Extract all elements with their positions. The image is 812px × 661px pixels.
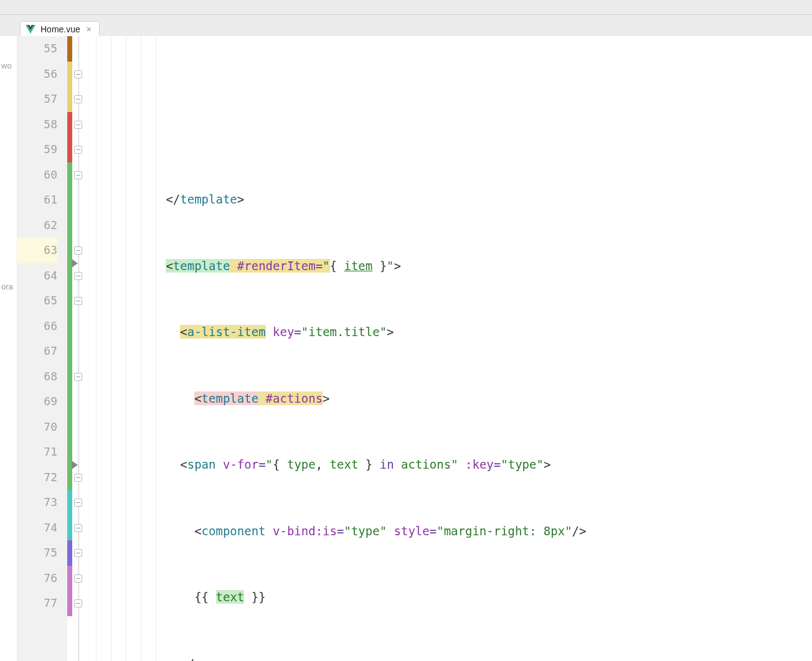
line-number: 64 [17, 263, 57, 289]
change-marker [67, 566, 72, 616]
editor: wo ora 555657585960616263646566676869707… [0, 36, 812, 661]
left-sidebar-fragment: wo ora [0, 36, 17, 661]
change-marker [67, 87, 72, 112]
change-marker [67, 490, 72, 540]
change-marker [67, 62, 72, 87]
line-number: 74 [17, 515, 57, 541]
line-number: 65 [17, 288, 57, 314]
fold-handle[interactable] [74, 121, 82, 129]
change-marker [67, 263, 72, 490]
line-number: 62 [17, 213, 57, 238]
fold-handle[interactable] [74, 499, 82, 507]
breakpoint-arrow-icon [72, 461, 78, 469]
code-line[interactable]: <span v-for="{ type, text } in actions" … [90, 452, 812, 477]
fold-handle[interactable] [74, 549, 82, 557]
tab-filename: Home.vue [40, 24, 80, 34]
fragment-a: wo [0, 36, 17, 70]
line-number: 60 [17, 162, 57, 188]
change-marker [67, 112, 72, 162]
fold-handle[interactable] [74, 246, 82, 255]
change-marker [67, 36, 72, 62]
line-number: 75 [17, 540, 57, 566]
fold-handle[interactable] [74, 171, 82, 179]
code-line[interactable]: </template> [90, 187, 812, 212]
fold-handle[interactable] [74, 599, 82, 607]
line-number: 55 [17, 36, 57, 62]
fold-handle[interactable] [74, 70, 82, 78]
file-tab[interactable]: Home.vue × [20, 21, 100, 36]
line-number: 58 [17, 112, 57, 138]
line-number: 71 [17, 439, 57, 465]
fold-handle[interactable] [74, 272, 82, 280]
code-line[interactable]: {{ text }} [90, 584, 812, 610]
line-number: 70 [17, 415, 57, 440]
close-icon[interactable]: × [85, 24, 93, 34]
change-marker-column [67, 36, 72, 661]
fold-handle[interactable] [74, 373, 82, 381]
code-line[interactable]: <template #actions> [90, 386, 812, 411]
breakpoint-arrow-icon [72, 259, 78, 268]
line-number: 73 [17, 490, 57, 515]
line-number: 61 [17, 187, 57, 213]
line-number-gutter: 5556575859606162636465666768697071727374… [17, 36, 67, 661]
line-number: 68 [17, 364, 57, 390]
code-area[interactable]: </template> <template #renderItem="{ ite… [90, 36, 812, 661]
fold-handle[interactable] [74, 297, 82, 305]
fold-handle[interactable] [74, 146, 82, 154]
line-number: 77 [17, 591, 57, 616]
code-line[interactable]: </span> [90, 651, 812, 662]
vue-icon [26, 24, 35, 34]
line-number: 69 [17, 389, 57, 415]
fold-handle[interactable] [74, 474, 82, 482]
line-number: 72 [17, 465, 57, 490]
fold-handle[interactable] [74, 574, 82, 583]
tab-bar: Home.vue × [0, 15, 812, 36]
fold-column [72, 36, 90, 661]
line-number: 57 [17, 87, 57, 112]
change-marker [67, 540, 72, 566]
toolbar [0, 0, 812, 15]
line-number: 56 [17, 62, 57, 87]
code-line[interactable]: <a-list-item key="item.title"> [90, 319, 812, 345]
fold-handle[interactable] [74, 524, 82, 532]
change-marker [67, 162, 72, 263]
line-number: 63 [17, 238, 57, 263]
code-line[interactable]: <component v-bind:is="type" style="margi… [90, 518, 812, 544]
fragment-b: ora [0, 257, 17, 291]
line-number: 59 [17, 137, 57, 162]
fold-handle[interactable] [74, 95, 82, 103]
line-number: 76 [17, 566, 57, 591]
line-number: 67 [17, 339, 57, 364]
line-number: 66 [17, 314, 57, 339]
code-line[interactable]: <template #renderItem="{ item }"> [90, 253, 812, 279]
